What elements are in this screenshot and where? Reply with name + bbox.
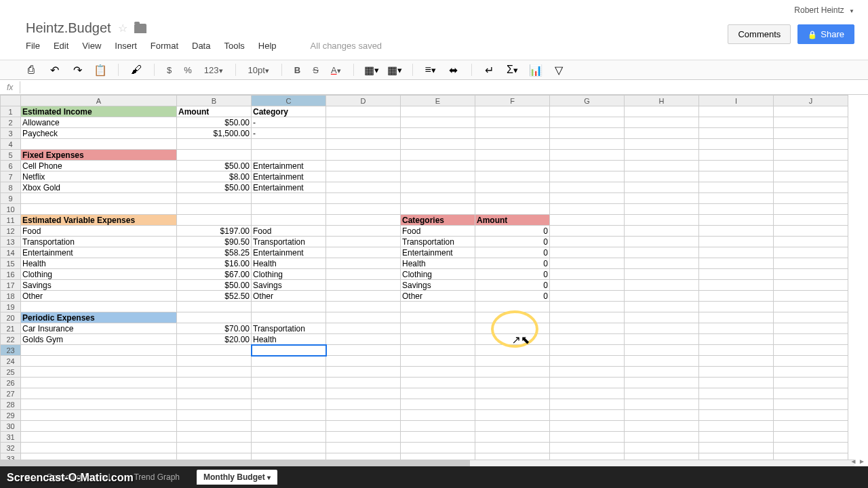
cell-D22[interactable]	[326, 334, 401, 345]
cell-C11[interactable]	[252, 215, 326, 226]
cell-J15[interactable]	[774, 258, 848, 269]
row-header-27[interactable]: 27	[1, 388, 21, 399]
cell-H11[interactable]	[625, 215, 699, 226]
row-header-13[interactable]: 13	[1, 237, 21, 247]
cell-G25[interactable]	[550, 367, 625, 378]
cell-F19[interactable]	[475, 302, 550, 312]
cell-B12[interactable]: $197.00	[177, 226, 252, 237]
cell-H31[interactable]	[625, 432, 699, 443]
row-header-26[interactable]: 26	[1, 378, 21, 388]
cell-D10[interactable]	[326, 204, 401, 215]
cell-E12[interactable]: Food	[401, 226, 475, 237]
cell-F7[interactable]	[475, 171, 550, 182]
cell-C3[interactable]: -	[252, 128, 326, 139]
cell-A22[interactable]: Golds Gym	[21, 334, 177, 345]
cell-D6[interactable]	[326, 161, 401, 171]
cell-I22[interactable]	[699, 334, 774, 345]
cell-I16[interactable]	[699, 269, 774, 280]
share-button[interactable]: Share	[797, 24, 854, 44]
cell-G27[interactable]	[550, 388, 625, 399]
cell-F9[interactable]	[475, 193, 550, 204]
row-header-15[interactable]: 15	[1, 258, 21, 269]
cell-B30[interactable]	[177, 421, 252, 432]
cell-C13[interactable]: Transportation	[252, 237, 326, 247]
cell-G13[interactable]	[550, 237, 625, 247]
cell-E5[interactable]	[401, 150, 475, 161]
cell-B5[interactable]	[177, 150, 252, 161]
cell-F10[interactable]	[475, 204, 550, 215]
cell-C22[interactable]: Health	[252, 334, 326, 345]
cell-B2[interactable]: $50.00	[177, 117, 252, 128]
col-header-E[interactable]: E	[401, 96, 475, 106]
cell-G30[interactable]	[550, 421, 625, 432]
cell-C9[interactable]	[252, 193, 326, 204]
cell-I7[interactable]	[699, 171, 774, 182]
cell-B32[interactable]	[177, 443, 252, 453]
cell-H6[interactable]	[625, 161, 699, 171]
wrap-icon[interactable]: ↵	[484, 64, 495, 75]
cell-J9[interactable]	[774, 193, 848, 204]
cell-I30[interactable]	[699, 421, 774, 432]
row-header-23[interactable]: 23	[1, 345, 21, 356]
cell-H24[interactable]	[625, 356, 699, 367]
cell-F4[interactable]	[475, 139, 550, 150]
cell-C26[interactable]	[252, 378, 326, 388]
cell-F3[interactable]	[475, 128, 550, 139]
cell-A32[interactable]	[21, 443, 177, 453]
cell-B20[interactable]	[177, 312, 252, 323]
cell-A23[interactable]	[21, 345, 177, 356]
cell-F11[interactable]: Amount	[475, 215, 550, 226]
cell-J16[interactable]	[774, 269, 848, 280]
cell-G20[interactable]	[550, 312, 625, 323]
col-header-D[interactable]: D	[326, 96, 401, 106]
cell-H3[interactable]	[625, 128, 699, 139]
cell-E24[interactable]	[401, 356, 475, 367]
cell-G22[interactable]	[550, 334, 625, 345]
menu-edit[interactable]: Edit	[54, 41, 68, 51]
cell-F25[interactable]	[475, 367, 550, 378]
row-header-3[interactable]: 3	[1, 128, 21, 139]
cell-H26[interactable]	[625, 378, 699, 388]
cell-I9[interactable]	[699, 193, 774, 204]
cell-J27[interactable]	[774, 388, 848, 399]
chart-icon[interactable]: 📊	[530, 64, 541, 75]
cell-F31[interactable]	[475, 432, 550, 443]
row-header-19[interactable]: 19	[1, 302, 21, 312]
cell-I8[interactable]	[699, 182, 774, 193]
cell-B28[interactable]	[177, 399, 252, 410]
row-header-20[interactable]: 20	[1, 312, 21, 323]
cell-J28[interactable]	[774, 399, 848, 410]
cell-E2[interactable]	[401, 117, 475, 128]
cell-G32[interactable]	[550, 443, 625, 453]
cell-E18[interactable]: Other	[401, 291, 475, 302]
cell-B14[interactable]: $58.25	[177, 247, 252, 258]
cell-H25[interactable]	[625, 367, 699, 378]
cell-D24[interactable]	[326, 356, 401, 367]
cell-E23[interactable]	[401, 345, 475, 356]
cell-F29[interactable]	[475, 410, 550, 421]
cell-D26[interactable]	[326, 378, 401, 388]
cell-D31[interactable]	[326, 432, 401, 443]
cell-E16[interactable]: Clothing	[401, 269, 475, 280]
cell-C25[interactable]	[252, 367, 326, 378]
menu-help[interactable]: Help	[258, 41, 277, 51]
cell-G12[interactable]	[550, 226, 625, 237]
cell-H29[interactable]	[625, 410, 699, 421]
borders-icon[interactable]: ▦▾	[389, 64, 400, 75]
cell-D21[interactable]	[326, 323, 401, 334]
cell-B29[interactable]	[177, 410, 252, 421]
cell-J19[interactable]	[774, 302, 848, 312]
cell-B8[interactable]: $50.00	[177, 182, 252, 193]
cell-B16[interactable]: $67.00	[177, 269, 252, 280]
functions-icon[interactable]: Σ▾	[507, 64, 518, 75]
cell-G21[interactable]	[550, 323, 625, 334]
cell-D29[interactable]	[326, 410, 401, 421]
cell-G16[interactable]	[550, 269, 625, 280]
cell-G6[interactable]	[550, 161, 625, 171]
cell-C7[interactable]: Entertainment	[252, 171, 326, 182]
cell-E1[interactable]	[401, 106, 475, 117]
cell-E11[interactable]: Categories	[401, 215, 475, 226]
merge-icon[interactable]: ⬌	[448, 64, 459, 75]
cell-F32[interactable]	[475, 443, 550, 453]
cell-B26[interactable]	[177, 378, 252, 388]
